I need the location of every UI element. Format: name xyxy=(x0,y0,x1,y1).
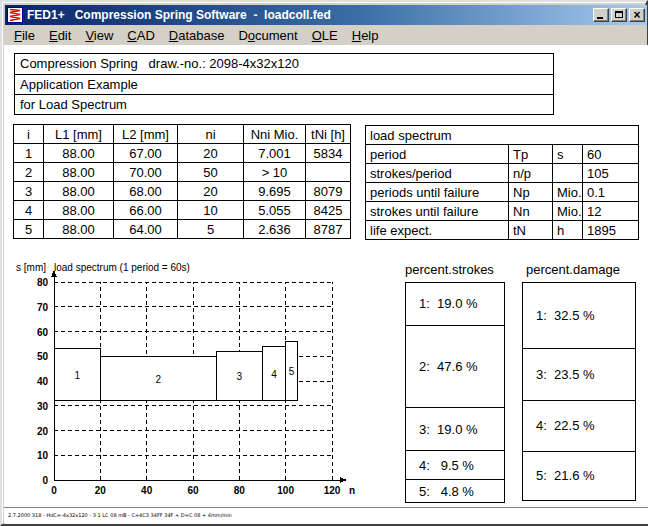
table-cell: 1895 xyxy=(583,221,639,240)
table-cell: Np xyxy=(509,183,553,202)
percent-damage-segment-1: 1: 32.5 % xyxy=(523,283,635,348)
table-row: 288.0070.0050> 10 xyxy=(14,163,351,182)
menu-bar: FileEditViewCADDatabaseDocumentOLEHelp xyxy=(5,25,647,45)
percent-strokes-label: 5: 4.8 % xyxy=(406,484,474,499)
svg-text:1: 1 xyxy=(74,370,80,381)
drawing-header: Compression Spring draw.-no.: 2098-4x32x… xyxy=(14,53,554,115)
header-line-3: for Load Spectrum xyxy=(15,94,553,114)
table-cell xyxy=(553,164,583,183)
svg-text:20: 20 xyxy=(37,426,49,437)
svg-text:40: 40 xyxy=(37,376,49,387)
table-cell: 12 xyxy=(583,202,639,221)
table-cell: 5.055 xyxy=(244,201,306,220)
title-bar[interactable]: FED1+ Compression Spring Software - load… xyxy=(5,5,647,25)
percent-strokes-label: 2: 47.6 % xyxy=(406,359,478,374)
percent-damage-label: 4: 22.5 % xyxy=(523,418,595,433)
column-header: ni xyxy=(178,125,244,144)
table-cell: 20 xyxy=(178,182,244,201)
svg-text:80: 80 xyxy=(37,277,49,288)
table-cell: Nn xyxy=(509,202,553,221)
svg-text:0: 0 xyxy=(51,485,57,496)
table-cell: > 10 xyxy=(244,163,306,182)
table-row: 488.0066.00105.0558425 xyxy=(14,201,351,220)
table-row: strokes/periodn/p105 xyxy=(366,164,639,183)
percent-strokes-box: 1: 19.0 %2: 47.6 %3: 19.0 %4: 9.5 %5: 4.… xyxy=(405,282,505,503)
svg-text:3: 3 xyxy=(237,371,243,382)
load-table-body: 188.0067.00207.0015834288.0070.0050> 103… xyxy=(14,144,351,239)
table-cell: life expect. xyxy=(366,221,509,240)
menu-database[interactable]: Database xyxy=(162,26,232,45)
svg-text:60: 60 xyxy=(187,485,199,496)
menu-edit[interactable]: Edit xyxy=(42,26,78,45)
table-cell: 88.00 xyxy=(44,144,114,163)
column-header: i xyxy=(14,125,44,144)
menu-file[interactable]: File xyxy=(7,26,42,45)
app-icon[interactable] xyxy=(7,7,23,23)
maximize-icon xyxy=(615,11,623,18)
table-cell: 8425 xyxy=(306,201,351,220)
table-cell: 3 xyxy=(14,182,44,201)
table-cell: 5 xyxy=(14,220,44,239)
table-cell: 88.00 xyxy=(44,182,114,201)
percent-strokes-label: 4: 9.5 % xyxy=(406,458,474,473)
percent-strokes-segment-5: 5: 4.8 % xyxy=(406,479,504,502)
table-header-row: iL1 [mm]L2 [mm]niNni Mio.tNi [h] xyxy=(14,125,351,144)
table-row: life expect.tNh1895 xyxy=(366,221,639,240)
minimize-button[interactable] xyxy=(593,8,609,22)
table-cell: s xyxy=(553,145,583,164)
close-button[interactable]: × xyxy=(629,8,645,22)
svg-text:4: 4 xyxy=(271,369,277,380)
app-window: FED1+ Compression Spring Software - load… xyxy=(0,0,648,526)
svg-text:30: 30 xyxy=(37,401,49,412)
table-cell: 70.00 xyxy=(114,163,178,182)
svg-text:100: 100 xyxy=(277,485,294,496)
menu-document[interactable]: Document xyxy=(231,26,304,45)
table-cell: 105 xyxy=(583,164,639,183)
table-cell: 50 xyxy=(178,163,244,182)
table-cell: Mio. xyxy=(553,183,583,202)
window-title: FED1+ Compression Spring Software - load… xyxy=(27,8,593,22)
table-cell: 0.1 xyxy=(583,183,639,202)
menu-cad[interactable]: CAD xyxy=(120,26,161,45)
svg-text:2: 2 xyxy=(155,374,161,385)
table-row: strokes until failureNnMio.12 xyxy=(366,202,639,221)
table-cell: 5834 xyxy=(306,144,351,163)
table-row: periodTps60 xyxy=(366,145,639,164)
spectrum-table: load spectrumperiodTps60strokes/periodn/… xyxy=(365,125,639,240)
table-cell: 8787 xyxy=(306,220,351,239)
status-divider xyxy=(4,507,648,509)
svg-text:60: 60 xyxy=(37,327,49,338)
percent-damage-label: 3: 23.5 % xyxy=(523,367,595,382)
table-cell: Tp xyxy=(509,145,553,164)
svg-text:s [mm]: s [mm] xyxy=(16,262,46,273)
table-cell: strokes/period xyxy=(366,164,509,183)
percent-damage-box: 1: 32.5 %3: 23.5 %4: 22.5 %5: 21.6 % xyxy=(522,282,636,501)
table-cell: 1 xyxy=(14,144,44,163)
table-row: 588.0064.0052.6368787 xyxy=(14,220,351,239)
percent-damage-label: 1: 32.5 % xyxy=(523,308,595,323)
svg-text:10: 10 xyxy=(37,450,49,461)
percent-strokes-segment-4: 4: 9.5 % xyxy=(406,450,504,479)
percent-damage-title: percent.damage xyxy=(526,262,620,277)
column-header: L2 [mm] xyxy=(114,125,178,144)
table-cell: 2.636 xyxy=(244,220,306,239)
svg-text:120: 120 xyxy=(324,485,341,496)
status-text: 2.7.2000 318 - HdC=-4x32x120 - 3 1 LC 08… xyxy=(8,512,232,518)
svg-text:80: 80 xyxy=(234,485,246,496)
spectrum-title-cell: load spectrum xyxy=(366,126,639,145)
svg-text:5: 5 xyxy=(289,366,295,377)
percent-damage-segment-5: 5: 21.6 % xyxy=(523,451,635,500)
client-area: Compression Spring draw.-no.: 2098-4x32x… xyxy=(4,45,648,524)
table-cell: tN xyxy=(509,221,553,240)
menu-ole[interactable]: OLE xyxy=(305,26,345,45)
percent-strokes-label: 3: 19.0 % xyxy=(406,422,478,437)
load-table: iL1 [mm]L2 [mm]niNni Mio.tNi [h] 188.006… xyxy=(13,124,351,239)
maximize-button[interactable] xyxy=(611,8,627,22)
table-cell: 10 xyxy=(178,201,244,220)
menu-help[interactable]: Help xyxy=(345,26,386,45)
svg-text:n: n xyxy=(349,485,355,496)
table-cell: 20 xyxy=(178,144,244,163)
svg-text:70: 70 xyxy=(37,302,49,313)
column-header: Nni Mio. xyxy=(244,125,306,144)
menu-view[interactable]: View xyxy=(78,26,120,45)
